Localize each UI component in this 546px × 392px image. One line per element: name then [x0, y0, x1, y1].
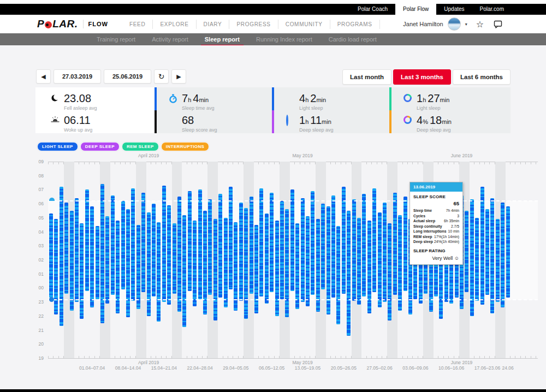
sleep-bar[interactable] [157, 222, 161, 322]
sleep-bar[interactable] [136, 225, 140, 309]
sleep-bar[interactable] [470, 199, 474, 316]
sleep-bar[interactable] [295, 223, 299, 309]
sleep-bar[interactable] [105, 216, 109, 303]
sleep-bar[interactable] [244, 208, 248, 319]
sleep-bar[interactable] [208, 199, 212, 295]
tab-updates[interactable]: Updates [436, 4, 472, 15]
sleep-bar[interactable] [90, 206, 94, 307]
sleep-bar[interactable] [75, 198, 79, 302]
sleep-bar[interactable] [275, 221, 279, 316]
sleep-bar[interactable] [301, 198, 305, 302]
last-month-button[interactable]: Last month [342, 69, 391, 85]
sleep-bar[interactable] [378, 212, 382, 308]
legend-deep-sleep[interactable]: DEEP SLEEP [80, 142, 120, 151]
legend-light-sleep[interactable]: LIGHT SLEEP [37, 142, 78, 151]
sleep-bar[interactable] [490, 198, 494, 313]
sleep-bar[interactable] [213, 219, 217, 320]
sleep-bar[interactable] [188, 191, 192, 291]
chevron-down-icon[interactable]: ▾ [465, 22, 467, 27]
sleep-bar[interactable] [131, 188, 135, 301]
sleep-bar[interactable] [218, 194, 222, 298]
sleep-bar[interactable] [383, 203, 387, 302]
last-3-months-button[interactable]: Last 3 months [393, 69, 451, 85]
sleep-bar[interactable] [306, 216, 310, 306]
sleep-bar[interactable] [177, 197, 181, 312]
tab-cardio-load-report[interactable]: Cardio load report [321, 33, 385, 45]
sleep-bar[interactable] [250, 197, 253, 293]
tab-polar-coach[interactable]: Polar Coach [350, 4, 395, 15]
favorites-star-icon[interactable]: ☆ [476, 19, 484, 29]
sleep-bar[interactable] [403, 197, 407, 290]
nav-item-explore[interactable]: EXPLORE [153, 20, 196, 29]
tab-running-index-report[interactable]: Running Index report [248, 33, 321, 45]
sleep-bar[interactable] [173, 223, 176, 294]
nav-item-diary[interactable]: DIARY [197, 20, 230, 29]
sleep-bar[interactable] [506, 206, 510, 298]
sleep-bar[interactable] [54, 219, 58, 314]
tab-training-report[interactable]: Training report [88, 33, 144, 45]
sleep-bar[interactable] [111, 195, 115, 295]
sleep-bar[interactable] [49, 213, 53, 298]
polar-logo[interactable]: PLAR. [37, 18, 78, 30]
legend-interruptions[interactable]: INTERRUPTIONS [161, 142, 210, 151]
last-6-months-button[interactable]: Last 6 months [453, 69, 511, 85]
sleep-bar[interactable] [198, 189, 202, 299]
sleep-bar[interactable] [80, 223, 84, 319]
sleep-bar[interactable] [224, 218, 228, 308]
refresh-icon[interactable]: ↻ [154, 69, 169, 84]
sleep-bar[interactable] [496, 219, 500, 302]
sleep-bar[interactable] [362, 194, 366, 296]
sleep-bar[interactable] [480, 187, 484, 305]
sleep-bar[interactable] [126, 209, 130, 317]
tab-activity-report[interactable]: Activity report [144, 33, 197, 45]
sleep-bar[interactable] [398, 215, 402, 311]
user-name[interactable]: Janet Hamilton [403, 21, 443, 27]
tab-polar-flow[interactable]: Polar Flow [395, 4, 436, 15]
sleep-bar[interactable] [182, 215, 186, 328]
sleep-bar[interactable] [141, 193, 145, 293]
prev-period-button[interactable]: ◀ [36, 69, 51, 84]
sleep-bar[interactable] [239, 203, 243, 301]
sleep-bar[interactable] [372, 188, 376, 292]
sleep-bar[interactable] [285, 209, 289, 317]
sleep-bar[interactable] [70, 211, 74, 311]
sleep-bar[interactable] [100, 184, 104, 323]
tab-polar-com[interactable]: Polar.com [472, 4, 512, 15]
sleep-bar[interactable] [167, 205, 171, 305]
tab-sleep-report[interactable]: Sleep report [197, 33, 248, 45]
nav-item-programs[interactable]: PROGRAMS [330, 20, 380, 29]
avatar[interactable] [448, 17, 461, 31]
sleep-bar[interactable] [331, 195, 335, 298]
nav-item-feed[interactable]: FEED [122, 20, 153, 29]
nav-item-progress[interactable]: PROGRESS [229, 20, 278, 29]
sleep-bar[interactable] [485, 209, 489, 295]
sleep-bar[interactable] [393, 193, 397, 295]
sleep-bar[interactable] [465, 211, 468, 292]
nav-item-community[interactable]: COMMUNITY [278, 20, 330, 29]
sleep-bar[interactable] [290, 189, 294, 290]
sleep-bar[interactable] [342, 187, 346, 293]
start-date-input[interactable]: 27.03.2019 [54, 69, 101, 84]
sleep-bar[interactable] [265, 213, 269, 304]
feedback-chat-icon[interactable] [494, 20, 502, 28]
sleep-bar[interactable] [316, 219, 320, 312]
sleep-bar[interactable] [85, 189, 89, 290]
legend-rem-sleep[interactable]: REM SLEEP [122, 142, 159, 151]
sleep-bar[interactable] [193, 221, 197, 306]
sleep-bar[interactable] [259, 188, 263, 296]
sleep-bar[interactable] [147, 212, 151, 316]
sleep-bar[interactable] [475, 218, 479, 301]
sleep-bar[interactable] [321, 204, 325, 289]
sleep-bar[interactable] [270, 193, 274, 293]
sleep-bar[interactable] [152, 204, 156, 296]
sleep-bar[interactable] [311, 191, 314, 295]
next-period-button[interactable]: ▶ [171, 69, 186, 84]
sleep-bar[interactable] [388, 223, 391, 320]
sleep-bar[interactable] [96, 226, 99, 299]
sleep-bar[interactable] [60, 187, 63, 326]
sleep-bar[interactable] [234, 222, 238, 311]
sleep-bar[interactable] [162, 186, 166, 302]
sleep-bar[interactable] [280, 201, 284, 299]
sleep-bar[interactable] [336, 226, 340, 324]
sleep-bar[interactable] [352, 199, 356, 300]
